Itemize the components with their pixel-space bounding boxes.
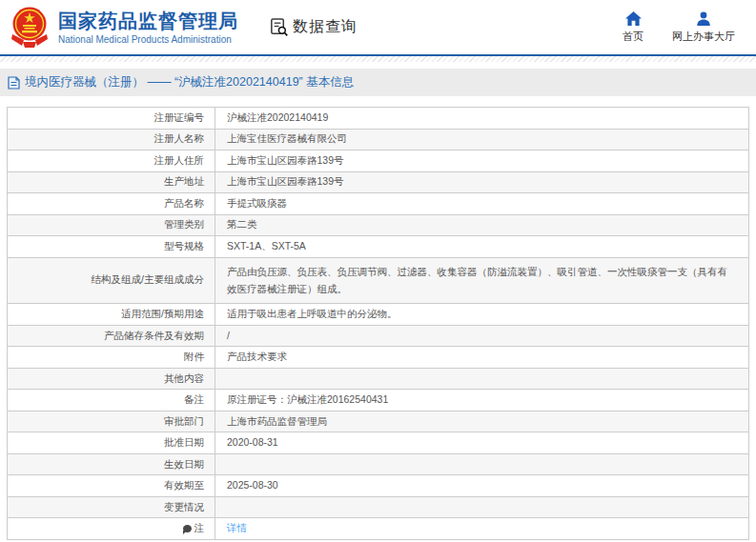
table-row: 变更情况 <box>8 497 748 519</box>
row-label: 备注 <box>8 390 215 411</box>
row-label: 注册人名称 <box>8 130 215 151</box>
row-label: 生产地址 <box>8 172 215 193</box>
agency-title-block: 国家药品监督管理局 National Medical Products Admi… <box>58 10 238 45</box>
row-label: 注册证编号 <box>8 108 215 129</box>
user-icon <box>696 11 711 26</box>
row-label: 注 <box>8 518 215 539</box>
detail-link[interactable]: 详情 <box>227 521 247 536</box>
row-value: 第二类 <box>215 215 748 236</box>
nav-online-hall-label: 网上办事大厅 <box>672 30 735 44</box>
data-query-icon <box>269 17 289 37</box>
table-row: 注册人住所上海市宝山区园泰路139号 <box>8 151 748 172</box>
row-label: 产品储存条件及有效期 <box>8 326 215 347</box>
row-value: 2020-08-31 <box>215 432 748 453</box>
table-row: 适用范围/预期用途适用于吸出患者上呼吸道中的分泌物。 <box>8 304 748 326</box>
national-emblem-icon <box>9 6 51 50</box>
table-row: 备注原注册证号：沪械注准20162540431 <box>8 390 748 412</box>
home-icon <box>625 11 642 26</box>
row-label: 管理类别 <box>8 215 215 236</box>
breadcrumb-text: 境内医疗器械（注册） —— “沪械注准20202140419” 基本信息 <box>25 74 354 90</box>
table-row: 产品储存条件及有效期/ <box>8 326 748 348</box>
data-query-label: 数据查询 <box>293 17 358 37</box>
row-value: SXT-1A、SXT-5A <box>215 236 748 257</box>
table-row: 注详情 <box>8 518 748 540</box>
row-label: 其他内容 <box>8 369 215 390</box>
row-value: 产品技术要求 <box>215 347 748 368</box>
row-value <box>215 454 748 475</box>
table-row: 批准日期2020-08-31 <box>8 432 748 454</box>
data-query-section[interactable]: 数据查询 <box>269 17 358 37</box>
table-row: 注册人名称上海宝佳医疗器械有限公司 <box>8 130 748 151</box>
row-label: 型号规格 <box>8 236 215 257</box>
row-value: 上海市宝山区园泰路139号 <box>215 151 748 171</box>
agency-name-en: National Medical Products Administration <box>58 34 238 45</box>
row-value <box>215 369 748 390</box>
nav-online-hall[interactable]: 网上办事大厅 <box>672 11 735 44</box>
table-row: 型号规格SXT-1A、SXT-5A <box>8 236 748 258</box>
info-table: 注册证编号沪械注准20202140419注册人名称上海宝佳医疗器械有限公司注册人… <box>7 107 749 540</box>
row-label: 适用范围/预期用途 <box>8 304 215 325</box>
row-value: 沪械注准20202140419 <box>215 108 748 129</box>
row-value: 适用于吸出患者上呼吸道中的分泌物。 <box>215 304 748 325</box>
row-label: 附件 <box>8 347 215 368</box>
table-row: 结构及组成/主要组成成分产品由负压源、负压表、负压调节阀、过滤器、收集容器（防溢… <box>8 258 748 305</box>
row-value: / <box>215 326 748 347</box>
row-label: 变更情况 <box>8 497 215 518</box>
row-value: 产品由负压源、负压表、负压调节阀、过滤器、收集容器（防溢流装置）、吸引管道、一次… <box>215 258 748 304</box>
note-icon <box>183 525 192 532</box>
breadcrumb: 境内医疗器械（注册） —— “沪械注准20202140419” 基本信息 <box>0 69 756 96</box>
row-label: 生效日期 <box>8 454 215 475</box>
row-value: 上海市药品监督管理局 <box>215 412 748 432</box>
table-row: 生效日期 <box>8 454 748 476</box>
table-row: 生产地址上海市宝山区园泰路139号 <box>8 172 748 194</box>
table-row: 管理类别第二类 <box>8 215 748 237</box>
row-value: 详情 <box>215 518 748 539</box>
agency-name-cn: 国家药品监督管理局 <box>58 10 238 31</box>
table-row: 附件产品技术要求 <box>8 347 748 369</box>
row-value: 原注册证号：沪械注准20162540431 <box>215 390 748 411</box>
row-value: 手提式吸痰器 <box>215 193 748 214</box>
row-label: 结构及组成/主要组成成分 <box>8 258 215 304</box>
top-nav: 首页 网上办事大厅 <box>623 11 735 44</box>
row-value: 2025-08-30 <box>215 475 748 496</box>
row-label: 产品名称 <box>8 193 215 214</box>
nav-home[interactable]: 首页 <box>623 11 644 44</box>
nav-home-label: 首页 <box>623 30 644 44</box>
row-label: 注册人住所 <box>8 151 215 171</box>
row-label: 批准日期 <box>8 432 215 453</box>
row-value: 上海宝佳医疗器械有限公司 <box>215 130 748 151</box>
table-row: 其他内容 <box>8 369 748 391</box>
table-row: 注册证编号沪械注准20202140419 <box>8 108 748 130</box>
table-row: 产品名称手提式吸痰器 <box>8 193 748 215</box>
row-value <box>215 497 748 518</box>
page-header: 国家药品监督管理局 National Medical Products Admi… <box>0 0 756 54</box>
row-label: 有效期至 <box>8 475 215 496</box>
table-row: 有效期至2025-08-30 <box>8 475 748 497</box>
row-value: 上海市宝山区园泰路139号 <box>215 172 748 193</box>
table-row: 审批部门上海市药品监督管理局 <box>8 412 748 433</box>
document-icon <box>8 76 20 90</box>
row-label: 审批部门 <box>8 412 215 432</box>
